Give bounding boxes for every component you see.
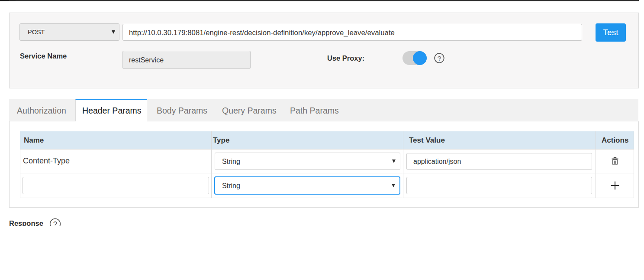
svg-text:?: ? [53, 220, 57, 226]
svg-text:?: ? [438, 55, 441, 62]
